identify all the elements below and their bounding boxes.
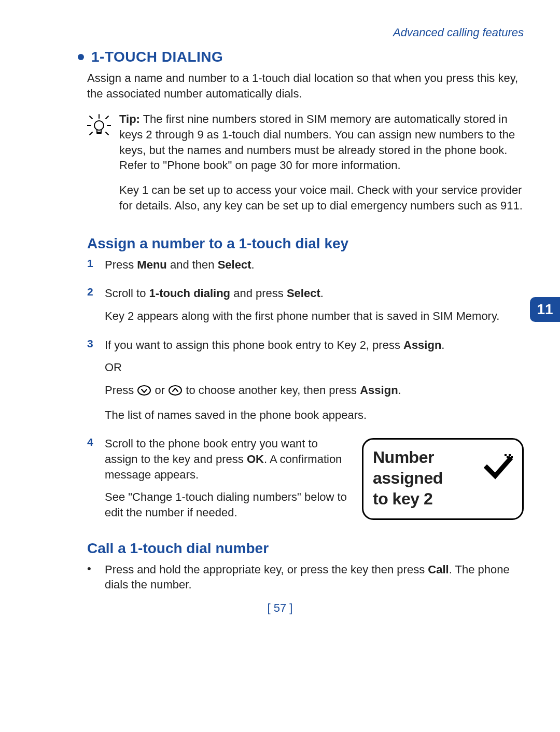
manual-page: Advanced calling features 1-TOUCH DIALIN… — [0, 0, 560, 593]
checkmark-icon — [484, 452, 513, 486]
text: and press — [230, 287, 287, 300]
bold-select: Select — [218, 258, 251, 271]
step-number: 2 — [87, 286, 105, 298]
bold-select: Select — [287, 287, 320, 300]
text: . — [441, 339, 444, 351]
subheading-call: Call a 1-touch dial number — [87, 540, 524, 557]
step-2: 2 Scroll to 1-touch dialing and press Se… — [87, 286, 524, 331]
screen-line3: to key 2 — [373, 488, 513, 509]
svg-line-8 — [106, 132, 108, 135]
svg-line-5 — [90, 116, 92, 119]
step3-after: The list of names saved in the phone boo… — [105, 407, 524, 423]
tip-p1: The first nine numbers stored in SIM mem… — [119, 112, 515, 172]
text: to choose another key, then press — [186, 384, 360, 397]
svg-rect-13 — [509, 454, 511, 456]
bold-ok: OK — [247, 453, 264, 466]
text: Press — [105, 258, 137, 271]
svg-rect-12 — [505, 454, 507, 456]
tip-label: Tip: — [119, 112, 140, 125]
lightbulb-icon — [87, 112, 113, 139]
steps-list: 1 Press Menu and then Select. 2 Scroll t… — [87, 257, 524, 528]
text: Press — [105, 384, 137, 397]
bold-assign: Assign — [403, 339, 441, 351]
bold-call: Call — [428, 563, 449, 576]
text: Press and hold the appropriate key, or p… — [105, 563, 428, 576]
step-number: 1 — [87, 257, 105, 270]
tip-block: Tip: The first nine numbers stored in SI… — [87, 111, 524, 222]
text: and then — [167, 258, 218, 271]
bold-1touch: 1-touch dialing — [149, 287, 230, 300]
step2-after: Key 2 appears along with the first phone… — [105, 308, 524, 324]
svg-line-7 — [90, 132, 92, 135]
tip-p2: Key 1 can be set up to access your voice… — [119, 182, 524, 213]
text: If you want to assign this phone book en… — [105, 339, 403, 351]
text: . — [251, 258, 255, 271]
step-4: 4 Number assigned to key 2 — [87, 436, 524, 527]
section-header: Advanced calling features — [78, 26, 524, 39]
chapter-tab: 11 — [530, 297, 560, 322]
bold-assign: Assign — [360, 384, 398, 397]
step-number: 3 — [87, 337, 105, 350]
step-1: 1 Press Menu and then Select. — [87, 257, 524, 280]
bullet-icon: • — [87, 562, 105, 575]
or-text: OR — [105, 360, 524, 375]
bullet-item: • Press and hold the appropriate key, or… — [87, 562, 524, 593]
nav-up-icon — [168, 385, 183, 400]
bold-menu: Menu — [137, 258, 166, 271]
title-text: 1-TOUCH DIALING — [91, 49, 223, 65]
phone-screen: Number assigned to key 2 — [362, 438, 524, 520]
step-3: 3 If you want to assign this phone book … — [87, 337, 524, 430]
intro-paragraph: Assign a name and number to a 1-touch di… — [87, 71, 524, 101]
svg-line-6 — [106, 116, 108, 119]
bullet-dot-icon — [78, 54, 84, 60]
step-number: 4 — [87, 436, 105, 448]
text: Scroll to — [105, 287, 149, 300]
text: . — [398, 384, 401, 397]
svg-point-9 — [138, 386, 150, 395]
nav-down-icon — [137, 385, 151, 400]
tip-text: Tip: The first nine numbers stored in SI… — [119, 111, 524, 222]
text: or — [155, 384, 168, 397]
page-title: 1-TOUCH DIALING — [78, 49, 524, 65]
page-number: [ 57 ] — [0, 601, 560, 615]
svg-point-0 — [94, 121, 104, 130]
svg-point-10 — [169, 386, 181, 395]
text: . — [320, 287, 324, 300]
subheading-assign: Assign a number to a 1-touch dial key — [87, 235, 524, 252]
